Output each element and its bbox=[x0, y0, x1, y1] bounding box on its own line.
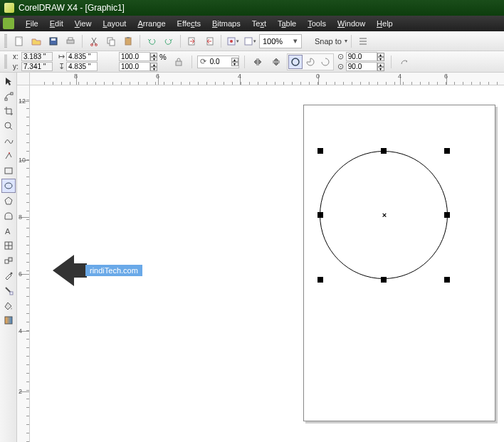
welcome-button[interactable]: ▾ bbox=[242, 33, 258, 49]
angle-end[interactable]: 90.0 bbox=[346, 62, 377, 71]
svg-rect-30 bbox=[5, 317, 12, 324]
width-value[interactable]: 4.835 " bbox=[66, 52, 98, 61]
scale-x-spinner[interactable]: ▴▾ bbox=[150, 53, 157, 61]
ellipse-type-group bbox=[287, 53, 334, 70]
ruler-vertical[interactable]: 121086420 bbox=[17, 85, 30, 442]
tool-polygon[interactable] bbox=[1, 194, 16, 208]
save-button[interactable] bbox=[46, 33, 61, 49]
handle-se[interactable] bbox=[444, 277, 450, 283]
handle-center[interactable]: × bbox=[382, 211, 387, 219]
svg-rect-19 bbox=[11, 93, 13, 95]
scale-group: 100.0▴▾% 100.0▴▾ bbox=[119, 52, 167, 72]
menu-window[interactable]: Window bbox=[332, 17, 371, 30]
handle-s[interactable] bbox=[381, 277, 387, 283]
export-button[interactable] bbox=[201, 33, 217, 49]
standard-toolbar: ▾ ▾ ▾ Snap to ▾ bbox=[0, 31, 504, 51]
tool-basic-shapes[interactable] bbox=[1, 209, 16, 223]
undo-button[interactable] bbox=[144, 33, 159, 49]
options-button[interactable] bbox=[355, 33, 371, 49]
menu-arrange[interactable]: Arrange bbox=[132, 17, 171, 30]
scale-x[interactable]: 100.0 bbox=[119, 52, 150, 61]
height-value[interactable]: 4.835 " bbox=[66, 62, 98, 71]
app-menu-icon[interactable] bbox=[3, 18, 14, 29]
app-launcher-button[interactable]: ▾ bbox=[225, 33, 241, 49]
paste-button[interactable] bbox=[120, 33, 136, 49]
handle-nw[interactable] bbox=[317, 148, 323, 154]
menu-text[interactable]: Text bbox=[246, 17, 272, 30]
toolbar-grip[interactable] bbox=[4, 34, 7, 48]
import-button[interactable] bbox=[184, 33, 200, 49]
svg-rect-9 bbox=[125, 38, 131, 45]
ruler-corner[interactable] bbox=[17, 73, 30, 85]
ruler-h-label: 6 bbox=[444, 73, 448, 80]
print-button[interactable] bbox=[63, 33, 78, 49]
zoom-combo[interactable]: ▾ bbox=[259, 34, 302, 48]
handle-ne[interactable] bbox=[444, 148, 450, 154]
tool-freehand[interactable] bbox=[1, 134, 16, 148]
tool-pick[interactable] bbox=[1, 74, 16, 88]
ruler-v-label: 6 bbox=[19, 270, 22, 278]
tool-outline[interactable] bbox=[1, 283, 16, 298]
tool-text[interactable]: A bbox=[1, 223, 16, 238]
cut-button[interactable] bbox=[86, 33, 102, 49]
menu-help[interactable]: Help bbox=[371, 17, 399, 30]
rotation-spinner[interactable]: ▴▾ bbox=[231, 58, 238, 66]
svg-point-20 bbox=[5, 122, 11, 128]
copy-button[interactable] bbox=[103, 33, 119, 49]
tool-zoom[interactable] bbox=[1, 119, 16, 133]
ellipse-pie-button[interactable] bbox=[303, 55, 317, 69]
handle-e[interactable] bbox=[444, 212, 450, 218]
angle1-spinner[interactable]: ▴▾ bbox=[377, 53, 384, 61]
snap-dropdown-icon[interactable]: ▾ bbox=[345, 38, 347, 44]
menu-tools[interactable]: Tools bbox=[302, 17, 332, 30]
handle-n[interactable] bbox=[381, 148, 387, 154]
ruler-horizontal[interactable]: 8640468 bbox=[30, 73, 504, 85]
canvas-area[interactable]: 8640468 121086420 × rindiTech.com bbox=[17, 73, 504, 442]
scale-y[interactable]: 100.0 bbox=[119, 62, 150, 71]
svg-rect-18 bbox=[5, 98, 7, 100]
angle2-spinner[interactable]: ▴▾ bbox=[377, 63, 384, 71]
tool-crop[interactable] bbox=[1, 104, 16, 118]
menu-bar: File Edit View Layout Arrange Effects Bi… bbox=[0, 16, 504, 31]
redo-button[interactable] bbox=[161, 33, 177, 49]
tool-rectangle[interactable] bbox=[1, 164, 16, 178]
ruler-h-label: 8 bbox=[74, 73, 78, 80]
angle-start[interactable]: 90.0 bbox=[346, 52, 377, 61]
ellipse-arc-button[interactable] bbox=[318, 55, 332, 69]
mirror-h-button[interactable] bbox=[250, 54, 266, 70]
rotation-value[interactable] bbox=[209, 58, 231, 65]
y-value[interactable]: 7.341 " bbox=[21, 62, 53, 71]
menu-bitmaps[interactable]: Bitmaps bbox=[206, 17, 246, 30]
tool-ellipse[interactable] bbox=[1, 179, 16, 193]
tool-interactive[interactable] bbox=[1, 253, 16, 268]
handle-sw[interactable] bbox=[317, 277, 323, 283]
tool-smart[interactable] bbox=[1, 149, 16, 163]
tool-shape[interactable] bbox=[1, 89, 16, 103]
x-value[interactable]: 3.183 " bbox=[21, 52, 53, 61]
scale-y-spinner[interactable]: ▴▾ bbox=[150, 63, 157, 71]
zoom-dropdown-icon[interactable]: ▾ bbox=[291, 36, 300, 46]
tool-interactive-fill[interactable] bbox=[1, 313, 16, 327]
tool-fill[interactable] bbox=[1, 298, 16, 312]
zoom-input[interactable] bbox=[261, 37, 291, 46]
lock-ratio-button[interactable] bbox=[171, 54, 187, 70]
propbar-grip[interactable] bbox=[4, 55, 7, 69]
menu-edit[interactable]: Edit bbox=[44, 17, 69, 30]
new-button[interactable] bbox=[11, 33, 27, 49]
angle-start-icon: ⊙ bbox=[337, 53, 345, 61]
menu-layout[interactable]: Layout bbox=[97, 17, 132, 30]
mirror-v-button[interactable] bbox=[268, 54, 284, 70]
tool-table[interactable] bbox=[1, 238, 16, 253]
open-button[interactable] bbox=[28, 33, 44, 49]
menu-effects[interactable]: Effects bbox=[172, 17, 206, 30]
handle-w[interactable] bbox=[317, 212, 323, 218]
menu-file[interactable]: File bbox=[20, 17, 44, 30]
arc-direction-button[interactable] bbox=[397, 54, 412, 70]
ellipse-full-button[interactable] bbox=[288, 55, 303, 69]
rotation-group[interactable]: ⟳ ▴▾ bbox=[197, 56, 239, 68]
rotation-icon: ⟳ bbox=[200, 57, 206, 66]
menu-table[interactable]: Table bbox=[272, 17, 302, 30]
tool-eyedropper[interactable] bbox=[1, 268, 16, 283]
title-bar: CorelDRAW X4 - [Graphic1] bbox=[0, 0, 504, 16]
menu-view[interactable]: View bbox=[69, 17, 98, 30]
